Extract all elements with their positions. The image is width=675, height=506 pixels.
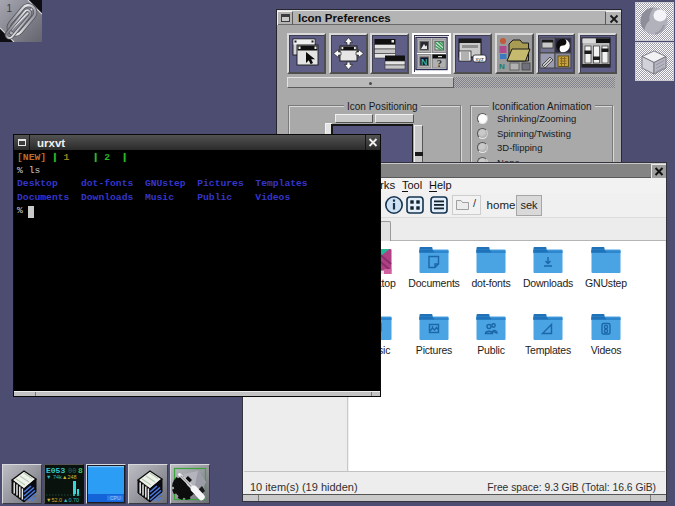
svg-text:8: 8 [78,466,83,475]
svg-text:▼ 74k: ▼ 74k [46,474,62,480]
svg-text:▲248: ▲248 [62,474,77,480]
svg-text:N: N [421,57,428,67]
svg-text:?: ? [436,58,441,69]
svg-text:▲0.70: ▲0.70 [63,497,79,503]
svg-text:CPU: CPU [110,495,121,501]
svg-text:xyz: xyz [475,56,484,62]
svg-text:▼52.0: ▼52.0 [46,497,62,503]
svg-text:1: 1 [7,3,13,14]
svg-text:N: N [499,62,505,71]
